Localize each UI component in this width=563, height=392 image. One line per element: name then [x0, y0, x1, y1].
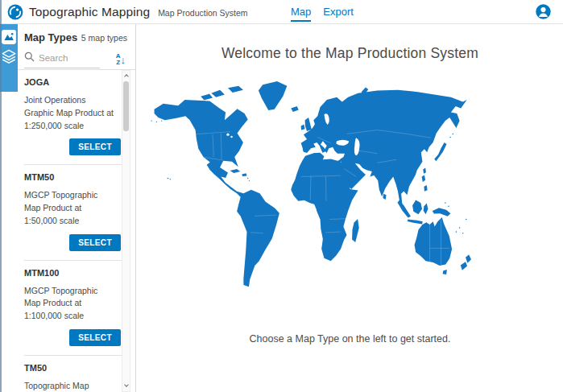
select-map-type-button[interactable]: SELECT [69, 138, 121, 155]
panel-scrollbar[interactable] [122, 70, 130, 392]
app-header: Topographic Mapping Map Production Syste… [0, 0, 563, 24]
search-box [24, 51, 100, 68]
scroll-up-arrow-icon[interactable] [122, 71, 130, 80]
map-type-name: TM50 [24, 363, 122, 373]
sort-arrow-icon: ↓ [121, 55, 126, 65]
map-type-description: MGCP Topographic Map Product at 1:100,00… [24, 285, 114, 323]
map-type-actions: SELECT [24, 234, 122, 251]
user-avatar-icon[interactable] [536, 4, 551, 19]
panel-title: Map Types [24, 31, 77, 43]
scrollbar-thumb[interactable] [123, 81, 129, 131]
map-type-name: MTM50 [24, 172, 122, 182]
map-type-description: MGCP Topographic Map Product at 1:50,000… [24, 189, 114, 227]
instruction-text: Choose a Map Type on the left to get sta… [137, 333, 563, 345]
map-type-list-item: TM50 Topographic Map Product at 1:50,000… [24, 356, 122, 392]
map-type-list: JOGA Joint Operations Graphic Map Produc… [18, 69, 135, 392]
search-icon [24, 51, 35, 65]
map-types-panel: Map Types 5 map types AZ ↓ [18, 24, 136, 392]
map-type-count: 5 map types [81, 33, 127, 43]
scroll-down-arrow-icon[interactable] [122, 382, 130, 391]
select-map-type-button[interactable]: SELECT [69, 329, 121, 346]
search-input[interactable] [39, 53, 95, 63]
welcome-heading: Welcome to the Map Production System [137, 45, 563, 62]
map-type-description: Joint Operations Graphic Map Product at … [24, 94, 114, 132]
window-left-edge [0, 0, 2, 392]
map-type-description: Topographic Map Product at 1:50,000 scal… [24, 380, 114, 392]
map-type-actions: SELECT [24, 329, 122, 346]
map-type-list-item: JOGA Joint Operations Graphic Map Produc… [24, 70, 122, 165]
panel-header: Map Types 5 map types AZ ↓ [18, 24, 135, 69]
layers-tool-icon[interactable] [1, 47, 17, 66]
tab-map[interactable]: Map [291, 0, 311, 24]
map-types-tool-icon[interactable] [1, 27, 17, 47]
top-nav: Map Export [291, 0, 354, 24]
sort-az-button[interactable]: AZ ↓ [116, 53, 127, 66]
app-window: Topographic Mapping Map Production Syste… [0, 0, 563, 392]
app-subtitle: Map Production System [158, 6, 247, 18]
map-type-list-item: MTM100 MGCP Topographic Map Product at 1… [24, 261, 122, 356]
map-type-name: MTM100 [24, 268, 122, 278]
tool-strip [0, 24, 18, 92]
world-map-image [145, 78, 477, 321]
app-title: Topographic Mapping [29, 5, 150, 19]
map-type-actions: SELECT [24, 138, 122, 155]
globe-logo-icon [7, 4, 23, 20]
tab-export[interactable]: Export [323, 0, 354, 24]
map-type-name: JOGA [24, 77, 122, 87]
main-content: Welcome to the Map Production System [137, 24, 563, 392]
map-type-list-item: MTM50 MGCP Topographic Map Product at 1:… [24, 165, 122, 260]
select-map-type-button[interactable]: SELECT [69, 234, 121, 251]
